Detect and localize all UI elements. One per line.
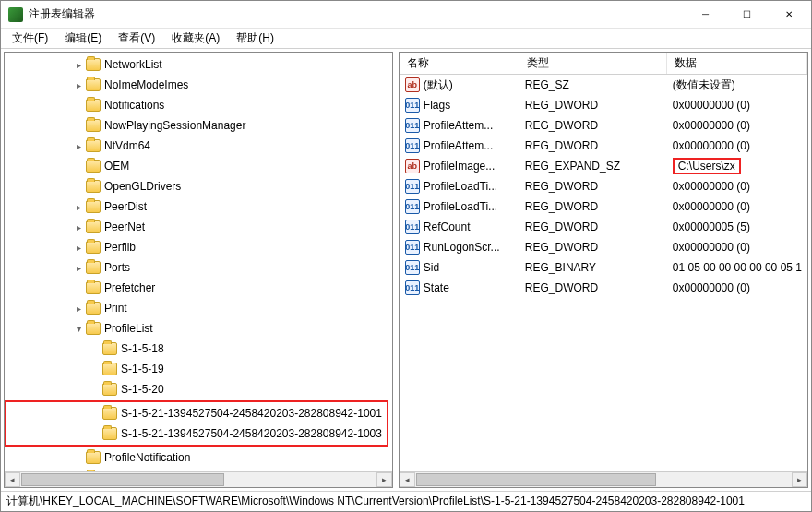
scroll-right-icon[interactable]: ▸	[376, 472, 392, 487]
tree-item[interactable]: OEM	[5, 156, 392, 176]
registry-tree[interactable]: NetworkListNoImeModeImesNotificationsNow…	[5, 53, 392, 471]
folder-icon	[86, 241, 101, 254]
list-row[interactable]: 011SidREG_BINARY01 05 00 00 00 00 00 05 …	[400, 257, 807, 278]
reg-binary-icon: 011	[405, 260, 420, 275]
menubar: 文件(F) 编辑(E) 查看(V) 收藏夹(A) 帮助(H)	[1, 29, 811, 49]
value-type: REG_DWORD	[519, 281, 667, 294]
tree-item[interactable]: Ports	[5, 257, 392, 278]
list-row[interactable]: 011FlagsREG_DWORD0x00000000 (0)	[400, 95, 807, 115]
tree-item[interactable]: ProfileList	[5, 318, 392, 339]
tree-item[interactable]: S-1-5-19	[5, 359, 392, 379]
chevron-right-icon[interactable]	[71, 202, 86, 212]
tree-item[interactable]: PeerDist	[5, 196, 392, 217]
tree-hscrollbar[interactable]: ◂ ▸	[5, 471, 392, 487]
folder-icon	[86, 200, 101, 213]
scroll-right-icon[interactable]: ▸	[792, 472, 807, 487]
tree-item-label: S-1-5-21-1394527504-2458420203-282808942…	[121, 407, 382, 420]
value-name: Flags	[424, 99, 450, 112]
col-header-type[interactable]: 类型	[519, 53, 667, 74]
list-row[interactable]: 011RefCountREG_DWORD0x00000005 (5)	[400, 217, 807, 237]
value-data: 0x00000000 (0)	[667, 241, 807, 254]
folder-icon	[86, 180, 101, 193]
tree-item-label: Notifications	[104, 99, 164, 112]
window-title: 注册表编辑器	[29, 6, 95, 22]
menu-fav[interactable]: 收藏夹(A)	[164, 29, 227, 48]
folder-icon	[86, 78, 101, 91]
value-data: 0x00000005 (5)	[667, 220, 807, 233]
list-row[interactable]: 011ProfileAttem...REG_DWORD0x00000000 (0…	[400, 136, 807, 156]
chevron-down-icon[interactable]	[71, 324, 86, 334]
tree-item[interactable]: S-1-5-21-1394527504-2458420203-282808942…	[6, 403, 387, 423]
tree-item-label: ProfileNotification	[104, 451, 190, 464]
list-row[interactable]: 011ProfileLoadTi...REG_DWORD0x00000000 (…	[400, 196, 807, 217]
tree-item-label: Perflib	[104, 241, 136, 254]
chevron-right-icon[interactable]	[71, 222, 86, 232]
status-path: 计算机\HKEY_LOCAL_MACHINE\SOFTWARE\Microsof…	[6, 494, 745, 509]
list-row[interactable]: 011RunLogonScr...REG_DWORD0x00000000 (0)	[400, 237, 807, 257]
folder-icon	[86, 160, 101, 173]
reg-string-icon: ab	[405, 159, 420, 173]
tree-item[interactable]: Prefetcher	[5, 278, 392, 298]
folder-icon	[86, 139, 101, 152]
tree-item-label: PeerDist	[104, 200, 147, 213]
value-name: ProfileLoadTi...	[424, 180, 497, 193]
tree-item[interactable]: S-1-5-18	[5, 339, 392, 359]
tree-item[interactable]: ProfileNotification	[5, 447, 392, 468]
tree-item-label: OpenGLDrivers	[104, 180, 181, 193]
value-name: State	[424, 281, 449, 294]
tree-item-label: NetworkList	[104, 58, 162, 71]
tree-item-label: Prefetcher	[104, 281, 155, 294]
menu-view[interactable]: 查看(V)	[111, 29, 162, 48]
tree-item[interactable]: PeerNet	[5, 217, 392, 237]
tree-item[interactable]: Notifications	[5, 95, 392, 115]
minimize-button[interactable]: ─	[685, 1, 726, 29]
list-header: 名称 类型 数据	[400, 53, 807, 75]
scroll-left-icon[interactable]: ◂	[5, 472, 20, 487]
list-row[interactable]: ab(默认)REG_SZ(数值未设置)	[400, 75, 807, 95]
reg-binary-icon: 011	[405, 199, 420, 214]
chevron-right-icon[interactable]	[71, 60, 86, 70]
chevron-right-icon[interactable]	[71, 263, 86, 273]
value-data: 0x00000000 (0)	[667, 281, 807, 294]
chevron-right-icon[interactable]	[71, 243, 86, 253]
list-row[interactable]: 011ProfileAttem...REG_DWORD0x00000000 (0…	[400, 115, 807, 136]
list-row[interactable]: 011ProfileLoadTi...REG_DWORD0x00000000 (…	[400, 176, 807, 196]
tree-item[interactable]: related.desc	[5, 468, 392, 471]
list-row[interactable]: 011StateREG_DWORD0x00000000 (0)	[400, 278, 807, 298]
chevron-right-icon[interactable]	[71, 141, 86, 151]
value-name: ProfileAttem...	[424, 119, 493, 132]
tree-item-label: Ports	[104, 261, 130, 274]
menu-help[interactable]: 帮助(H)	[229, 29, 281, 48]
list-row[interactable]: abProfileImage...REG_EXPAND_SZC:\Users\z…	[400, 156, 807, 176]
tree-item[interactable]: NetworkList	[5, 54, 392, 75]
col-header-name[interactable]: 名称	[400, 53, 519, 74]
reg-binary-icon: 011	[405, 179, 420, 194]
chevron-right-icon[interactable]	[71, 304, 86, 314]
value-type: REG_DWORD	[519, 241, 667, 254]
col-header-data[interactable]: 数据	[667, 53, 807, 74]
chevron-right-icon[interactable]	[71, 80, 86, 90]
folder-icon	[86, 281, 101, 294]
tree-item[interactable]: OpenGLDrivers	[5, 176, 392, 196]
maximize-button[interactable]: ☐	[726, 1, 768, 29]
menu-edit[interactable]: 编辑(E)	[57, 29, 109, 48]
tree-item-label: NowPlayingSessionManager	[104, 119, 245, 132]
tree-item-label: ProfileList	[104, 322, 153, 335]
tree-item[interactable]: S-1-5-20	[5, 379, 392, 399]
value-type: REG_DWORD	[519, 99, 667, 112]
menu-file[interactable]: 文件(F)	[5, 29, 55, 48]
folder-icon	[102, 383, 117, 396]
scroll-left-icon[interactable]: ◂	[400, 472, 415, 487]
tree-item[interactable]: NtVdm64	[5, 136, 392, 156]
value-name: ProfileLoadTi...	[424, 200, 497, 213]
close-button[interactable]: ✕	[768, 1, 809, 29]
values-list[interactable]: ab(默认)REG_SZ(数值未设置)011FlagsREG_DWORD0x00…	[400, 75, 807, 471]
list-hscrollbar[interactable]: ◂ ▸	[400, 471, 807, 487]
tree-item[interactable]: NowPlayingSessionManager	[5, 115, 392, 136]
tree-item[interactable]: S-1-5-21-1394527504-2458420203-282808942…	[6, 423, 387, 444]
reg-binary-icon: 011	[405, 98, 420, 113]
tree-item[interactable]: NoImeModeImes	[5, 75, 392, 95]
tree-item[interactable]: Perflib	[5, 237, 392, 257]
value-type: REG_DWORD	[519, 200, 667, 213]
tree-item[interactable]: Print	[5, 298, 392, 318]
